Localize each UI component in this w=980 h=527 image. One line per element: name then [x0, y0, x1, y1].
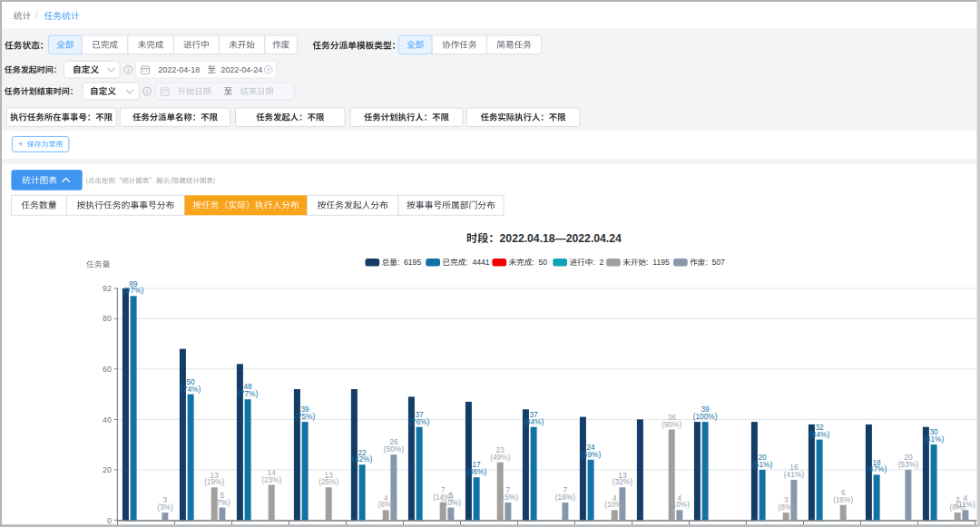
svg-text:: 2: : 2: [593, 258, 603, 267]
svg-text:40: 40: [103, 415, 112, 425]
svg-text:(8%): (8%): [377, 500, 394, 509]
svg-text:: 1195: : 1195: [646, 258, 670, 267]
svg-text:(16%): (16%): [555, 493, 575, 502]
svg-text:: 507: : 507: [705, 258, 725, 267]
svg-text:20: 20: [103, 465, 112, 474]
svg-text:(15%): (15%): [498, 493, 518, 502]
svg-text:(76%): (76%): [409, 417, 429, 426]
svg-text:(74%): (74%): [181, 385, 201, 394]
svg-text:(90%): (90%): [662, 420, 681, 429]
svg-text:(81%): (81%): [924, 434, 944, 444]
svg-text:/: /: [35, 11, 38, 21]
svg-text:80: 80: [103, 314, 112, 323]
svg-text:(75%): (75%): [295, 412, 315, 421]
svg-text:(53%): (53%): [898, 460, 918, 469]
svg-text:+: +: [18, 139, 24, 149]
svg-text:(51%): (51%): [752, 460, 772, 469]
svg-text:: 6195: : 6195: [397, 258, 422, 267]
svg-text:(8%): (8%): [778, 503, 794, 512]
svg-text:(16%): (16%): [833, 495, 853, 504]
svg-text:(42%): (42%): [352, 454, 372, 464]
svg-text:(23%): (23%): [261, 475, 281, 484]
svg-text:(84%): (84%): [524, 417, 544, 426]
svg-text:(59%): (59%): [581, 450, 601, 459]
svg-text:(11%): (11%): [956, 500, 975, 509]
svg-text:(10%): (10%): [441, 498, 461, 507]
svg-text:(19%): (19%): [204, 477, 224, 486]
svg-text:(36%): (36%): [466, 467, 486, 476]
svg-text:(47%): (47%): [867, 464, 887, 473]
svg-text:2022.04.18—2022.04.24: 2022.04.18—2022.04.24: [500, 232, 622, 245]
svg-text:: 50: : 50: [532, 258, 547, 267]
svg-text:2022-04-24: 2022-04-24: [220, 65, 262, 74]
svg-text:(84%): (84%): [809, 430, 829, 439]
svg-text:2022-04-18: 2022-04-18: [158, 65, 200, 74]
svg-text:60: 60: [103, 365, 112, 374]
svg-text:(32%): (32%): [612, 477, 632, 486]
svg-text:(10%): (10%): [604, 500, 624, 509]
svg-text:(41%): (41%): [784, 470, 804, 479]
svg-text:(97%): (97%): [123, 286, 143, 295]
svg-text:(25%): (25%): [318, 477, 338, 486]
svg-text:(10%): (10%): [670, 500, 690, 509]
svg-text:(100%): (100%): [693, 412, 718, 421]
svg-text:(77%): (77%): [238, 389, 258, 398]
svg-text:(3%): (3%): [157, 503, 173, 512]
svg-text:(49%): (49%): [490, 453, 510, 462]
svg-text:(50%): (50%): [384, 444, 404, 454]
svg-text:(7%): (7%): [214, 498, 230, 507]
svg-text:: 4441: : 4441: [466, 258, 490, 267]
svg-text:0: 0: [107, 516, 112, 525]
svg-text:92: 92: [103, 284, 112, 293]
